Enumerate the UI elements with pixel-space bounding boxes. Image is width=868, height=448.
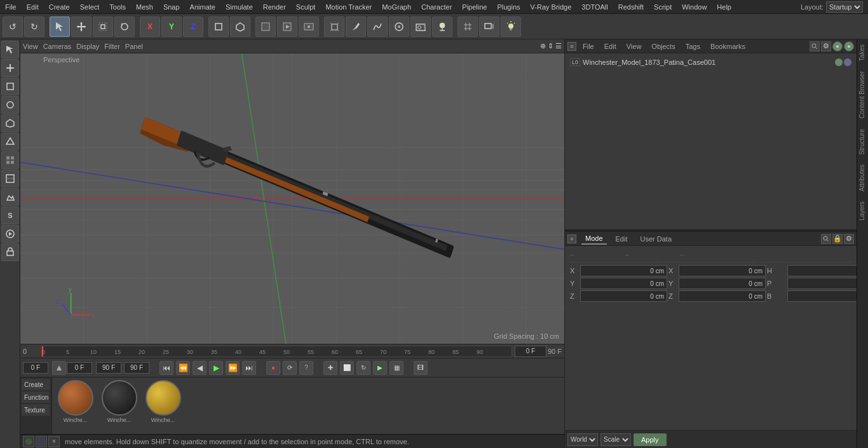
play-reverse-button[interactable]: ◀ (193, 361, 207, 375)
render-region-button[interactable] (255, 17, 276, 37)
y-scale-input[interactable] (679, 278, 766, 289)
b-rot-input[interactable] (787, 290, 868, 302)
playback-end-input-2[interactable] (124, 362, 149, 374)
viewport-arrows[interactable]: ⇕ (548, 42, 553, 50)
prev-frame-button[interactable]: ⏪ (176, 361, 190, 375)
grid-button[interactable] (458, 17, 478, 37)
play-mode-pb[interactable]: ▶ (373, 361, 387, 375)
edge-tab-layers[interactable]: Layers (857, 196, 868, 226)
playback-current-input[interactable] (67, 362, 92, 374)
left-tool-0[interactable] (1, 41, 19, 58)
x-pos-input[interactable] (580, 265, 667, 276)
right-tab-edit[interactable]: Edit (600, 41, 620, 51)
menu-script[interactable]: Script (649, 2, 677, 12)
rotate-tool-pb[interactable]: ↻ (356, 361, 370, 375)
menu-pipeline[interactable]: Pipeline (457, 2, 492, 12)
panel-green-dot-1[interactable]: ● (832, 41, 843, 51)
viewport-maximize[interactable]: ⊕ (540, 42, 546, 50)
playback-start-input[interactable] (23, 362, 48, 374)
status-window-icon[interactable] (36, 436, 47, 447)
paint-button[interactable] (389, 17, 409, 37)
timeline-current-frame[interactable] (515, 346, 546, 357)
render-view-button[interactable] (277, 17, 297, 37)
panel-menu[interactable]: Panel (125, 43, 143, 50)
menu-mograph[interactable]: MoGraph (377, 2, 416, 12)
menu-redshift[interactable]: Redshift (613, 2, 649, 12)
material-item-1[interactable]: Winche... (98, 380, 140, 423)
viewport-settings[interactable]: ☰ (555, 42, 562, 50)
status-render-icon[interactable] (23, 436, 34, 447)
display-menu[interactable]: Display (76, 43, 99, 50)
menu-create[interactable]: Create (44, 2, 75, 12)
menu-simulate[interactable]: Simulate (220, 2, 258, 12)
h-rot-input[interactable] (787, 265, 868, 276)
menu-3dtoall[interactable]: 3DTOAll (576, 2, 613, 12)
undo-button[interactable]: ↺ (3, 17, 23, 37)
material-item-2[interactable]: Winche... (142, 380, 184, 423)
object-mode-button[interactable] (208, 17, 229, 37)
panel-settings-icon[interactable]: ⚙ (821, 41, 831, 51)
object-tag-1[interactable] (835, 58, 843, 66)
motion-camera-button[interactable] (479, 17, 499, 37)
left-tool-3[interactable] (1, 96, 19, 114)
timeline-ruler[interactable]: 0 5 10 15 20 25 30 35 40 45 50 55 60 65 … (41, 346, 512, 357)
material-create[interactable]: Create (22, 379, 50, 390)
edge-tab-structure[interactable]: Structure (857, 124, 868, 160)
menu-tools[interactable]: Tools (104, 2, 131, 12)
playback-arrow-up[interactable] (52, 361, 66, 375)
right-tab-file[interactable]: File (579, 41, 598, 51)
playback-end-input-1[interactable] (96, 362, 121, 374)
question-button[interactable]: ? (299, 361, 313, 375)
scale-tool-button[interactable] (93, 17, 113, 37)
menu-select[interactable]: Select (75, 2, 105, 12)
cameras-menu[interactable]: Cameras (43, 43, 72, 50)
y-pos-input[interactable] (580, 278, 667, 289)
y-axis-button[interactable]: Y (161, 17, 182, 37)
status-x-button[interactable]: × (48, 436, 60, 447)
polygon-mode-button[interactable] (230, 17, 250, 37)
menu-mesh[interactable]: Mesh (131, 2, 158, 12)
menu-plugins[interactable]: Plugins (492, 2, 525, 12)
p-rot-input[interactable] (787, 278, 868, 289)
cube-view-button[interactable] (324, 17, 344, 37)
object-tag-2[interactable] (844, 58, 851, 66)
menu-animate[interactable]: Animate (185, 2, 220, 12)
left-tool-1[interactable] (1, 59, 19, 77)
left-tool-2[interactable] (1, 78, 19, 95)
left-tool-5[interactable] (1, 133, 19, 151)
attr-search-icon[interactable] (821, 234, 831, 244)
material-function[interactable]: Function (22, 391, 50, 403)
right-tab-objects[interactable]: Objects (648, 41, 679, 51)
camera-button[interactable] (410, 17, 431, 37)
panel-search-icon[interactable] (810, 41, 820, 51)
x-scale-input[interactable] (679, 265, 766, 276)
z-axis-button[interactable]: Z (183, 17, 203, 37)
spline-tool-button[interactable] (367, 17, 388, 37)
menu-file[interactable]: File (0, 2, 22, 12)
panel-green-dot-2[interactable]: ● (844, 41, 854, 51)
left-tool-7[interactable] (1, 170, 19, 187)
next-frame-button[interactable]: ⏩ (226, 361, 240, 375)
left-tool-s[interactable]: S (1, 207, 19, 224)
left-tool-11[interactable] (1, 243, 19, 261)
goto-start-button[interactable]: ⏮ (159, 361, 173, 375)
z-pos-input[interactable] (580, 290, 667, 302)
material-texture[interactable]: Texture (22, 404, 50, 416)
edge-tab-content-browser[interactable]: Content Browser (857, 66, 868, 123)
attr-settings-icon[interactable]: ⚙ (844, 234, 854, 244)
object-row-winchester[interactable]: L0 Winchester_Model_1873_Patina_Case001 (567, 56, 854, 69)
attr-tab-mode[interactable]: Mode (581, 233, 607, 245)
scale-tool-pb[interactable]: ⬜ (340, 361, 354, 375)
menu-character[interactable]: Character (416, 2, 457, 12)
goto-end-button[interactable]: ⏭ (242, 361, 256, 375)
record-button[interactable]: ● (266, 361, 280, 375)
left-tool-6[interactable] (1, 151, 19, 169)
left-tool-4[interactable] (1, 114, 19, 132)
play-button[interactable]: ▶ (209, 361, 223, 375)
bulb-button[interactable] (501, 17, 521, 37)
x-axis-button[interactable]: X (140, 17, 160, 37)
attr-lock-icon[interactable]: 🔒 (832, 234, 843, 244)
right-tab-bookmarks[interactable]: Bookmarks (707, 41, 749, 51)
menu-vray[interactable]: V-Ray Bridge (526, 2, 577, 12)
layout-select[interactable]: Startup (826, 1, 863, 13)
